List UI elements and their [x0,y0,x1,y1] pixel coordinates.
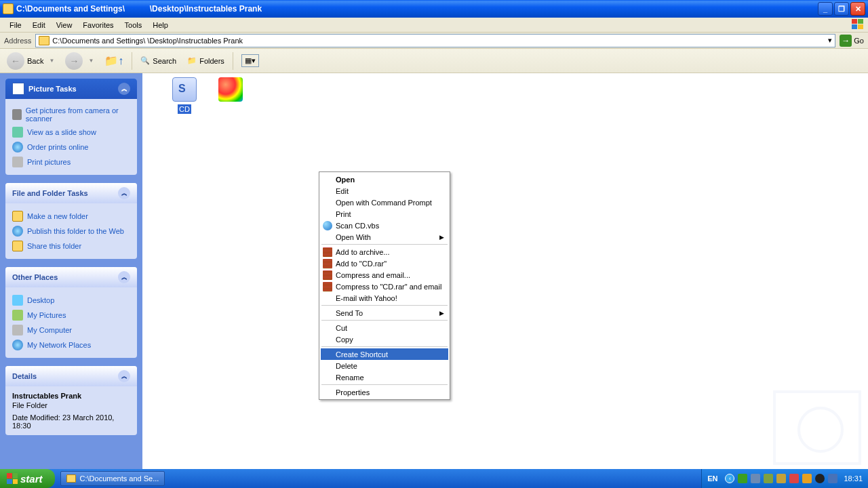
language-indicator[interactable]: EN [707,474,717,483]
ctx-cut[interactable]: Cut [321,322,448,333]
search-button[interactable]: 🔍Search [138,55,179,66]
menu-view[interactable]: View [51,20,78,30]
task-new-folder[interactable]: Make a new folder [12,209,130,224]
tray-icon[interactable] [738,474,747,483]
toolbar: ← Back▼ →▼ 📁↑ 🔍Search 📁Folders ▦▾ [0,49,868,73]
ctx-add-to-cd-rar-[interactable]: Add to "CD.rar" [321,258,448,269]
collapse-icon[interactable]: ︽ [118,271,130,283]
folder-icon [66,474,76,483]
go-button[interactable]: → Go [840,35,864,47]
address-input[interactable]: C:\Documents and Settings\ \Desktop\Inst… [35,34,835,47]
file-msn[interactable] [206,77,255,102]
separator [233,52,233,70]
printer-icon [12,157,23,167]
forward-button[interactable]: →▼ [62,51,96,71]
ctx-rename[interactable]: Rename [321,371,448,383]
ctx-edit[interactable]: Edit [321,185,448,197]
ctx-print[interactable]: Print [321,208,448,220]
go-arrow-icon: → [840,35,852,47]
collapse-icon[interactable]: ︽ [118,187,130,199]
other-places-header[interactable]: Other Places︽ [5,267,137,287]
ctx-scan-cd-vbs[interactable]: Scan CD.vbs [321,220,448,231]
ctx-open-with-command-prompt[interactable]: Open with Command Prompt [321,197,448,208]
tray-icon[interactable] [764,474,773,483]
ctx-send-to[interactable]: Send To [321,307,448,319]
up-folder-icon: 📁↑ [104,54,123,67]
menu-favorites[interactable]: Favorites [77,20,119,30]
desktop-icon [12,295,23,306]
back-button[interactable]: ← Back▼ [4,51,57,71]
file-folder-tasks-panel: File and Folder Tasks︽ Make a new folder… [5,183,137,259]
pictures-icon [12,310,23,321]
context-menu: OpenEditOpen with Command PromptPrintSca… [319,171,450,400]
windows-flag-icon [7,473,18,484]
place-my-computer[interactable]: My Computer [12,323,130,338]
svg-rect-2 [852,24,857,29]
folders-button[interactable]: 📁Folders [184,55,227,66]
share-icon [12,241,23,251]
window-title: C:\Documents and Settings\ \Desktop\Inst… [16,4,818,14]
place-my-pictures[interactable]: My Pictures [12,308,130,323]
computer-icon [12,325,23,336]
picture-tasks-header[interactable]: Picture Tasks ︽ [5,79,137,99]
slideshow-icon [12,127,23,138]
tray-icon[interactable] [776,474,786,483]
task-order-prints[interactable]: Order prints online [12,140,130,155]
ctx-properties[interactable]: Properties [321,386,448,398]
task-get-pictures[interactable]: Get pictures from camera or scanner [12,104,130,125]
picture-icon [12,83,24,95]
globe-icon [12,226,23,237]
address-label: Address [4,37,31,45]
ctx-create-shortcut[interactable]: Create Shortcut [321,348,448,360]
tray-icon[interactable] [751,474,760,483]
rar-icon [323,247,332,257]
task-print-pictures[interactable]: Print pictures [12,155,130,169]
menu-file[interactable]: File [4,20,27,30]
ctx-compress-and-email-[interactable]: Compress and email... [321,269,448,281]
tray-icon[interactable] [815,474,825,483]
ctx-open[interactable]: Open [321,174,448,185]
taskbar: start C:\Documents and Se... EN ‹ 18:31 [0,469,868,488]
file-cd-vbs[interactable]: CD [160,77,209,114]
collapse-icon[interactable]: ︽ [118,370,130,382]
task-share-folder[interactable]: Share this folder [12,239,130,253]
minimize-button[interactable]: _ [818,2,833,16]
place-network-places[interactable]: My Network Places [12,338,130,352]
ctx-compress-to-cd-rar-and-email[interactable]: Compress to "CD.rar" and email [321,281,448,292]
ctx-add-to-archive-[interactable]: Add to archive... [321,246,448,258]
svg-rect-3 [858,24,863,29]
other-places-panel: Other Places︽ Desktop My Pictures My Com… [5,267,137,358]
maximize-button[interactable]: ❐ [834,2,849,16]
clock[interactable]: 18:31 [844,474,863,483]
tray-icon[interactable] [802,474,812,483]
windows-flag-icon [852,19,864,32]
ctx-open-with[interactable]: Open With [321,231,448,243]
ctx-copy[interactable]: Copy [321,333,448,345]
folders-icon: 📁 [187,56,197,65]
menu-help[interactable]: Help [147,20,174,30]
ctx-e-mail-with-yahoo-[interactable]: E-mail with Yahoo! [321,292,448,304]
details-header[interactable]: Details︽ [5,366,137,386]
separator [132,52,132,70]
folder-icon [39,36,50,45]
task-slideshow[interactable]: View as a slide show [12,125,130,140]
taskbar-explorer-button[interactable]: C:\Documents and Se... [60,471,165,486]
place-desktop[interactable]: Desktop [12,293,130,308]
file-label: CD [178,104,191,114]
close-button[interactable]: ✕ [850,2,865,16]
start-button[interactable]: start [0,469,55,488]
menu-edit[interactable]: Edit [27,20,51,30]
ctx-delete[interactable]: Delete [321,360,448,371]
task-publish-web[interactable]: Publish this folder to the Web [12,224,130,239]
file-folder-header[interactable]: File and Folder Tasks︽ [5,183,137,203]
forward-arrow-icon: → [65,52,83,70]
title-bar: C:\Documents and Settings\ \Desktop\Inst… [0,0,868,18]
menu-tools[interactable]: Tools [119,20,148,30]
up-button[interactable]: 📁↑ [102,53,126,68]
folder-content[interactable]: CD OpenEditOpen with Command PromptPrint… [142,73,868,469]
tray-icon[interactable] [789,474,799,483]
tray-icon[interactable] [828,474,837,483]
tray-icon[interactable]: ‹ [725,474,734,483]
collapse-icon[interactable]: ︽ [118,83,130,95]
views-button[interactable]: ▦▾ [239,53,262,68]
